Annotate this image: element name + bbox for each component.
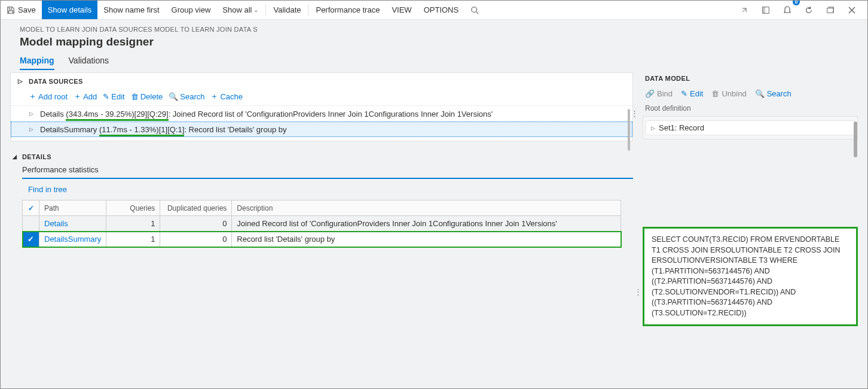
notification-count: 0 — [793, 0, 800, 5]
col-description[interactable]: Description — [232, 200, 621, 216]
edit-button[interactable]: ✎Edit — [103, 91, 124, 102]
pencil-icon: ✎ — [681, 89, 687, 98]
page-title: Model mapping designer — [10, 33, 858, 54]
table-row[interactable]: Details 1 0 Joined Record list of 'Confi… — [23, 216, 621, 232]
col-selected[interactable]: ✓ — [23, 200, 39, 216]
group-view-label: Group view — [172, 5, 211, 14]
data-sources-toolbar: ＋Add root ＋Add ✎Edit 🗑Delete 🔍Search ＋Ca… — [11, 87, 632, 106]
save-button[interactable]: Save — [1, 1, 42, 19]
check-icon: ✓ — [27, 235, 34, 244]
add-button[interactable]: ＋Add — [74, 91, 97, 102]
bind-button[interactable]: 🔗Bind — [645, 89, 673, 98]
search-button[interactable]: 🔍Search — [169, 91, 204, 102]
check-icon: ✓ — [28, 204, 34, 212]
performance-table: ✓ Path Queries Duplicated queries Descri… — [22, 200, 621, 247]
show-all-label: Show all — [222, 5, 252, 14]
details-header: DETAILS — [22, 153, 51, 160]
expand-caret-icon[interactable]: ▷ — [29, 126, 36, 132]
find-in-tree-link[interactable]: Find in tree — [28, 185, 67, 194]
expand-caret-icon[interactable]: ▷ — [18, 78, 23, 84]
toolbar-search-button[interactable] — [464, 1, 485, 19]
data-sources-panel: ▷ DATA SOURCES ＋Add root ＋Add ✎Edit 🗑Del… — [10, 72, 633, 141]
notifications-button[interactable]: 0 — [778, 1, 797, 20]
toolbar-separator — [265, 4, 266, 16]
col-queries[interactable]: Queries — [106, 200, 160, 216]
attach-button[interactable] — [735, 1, 754, 20]
validate-label: Validate — [273, 5, 301, 14]
drag-handle-icon[interactable]: ⋮ — [631, 109, 638, 118]
unbind-button[interactable]: 🗑Unbind — [711, 89, 746, 98]
save-icon — [7, 6, 15, 14]
svg-line-1 — [476, 11, 479, 14]
group-view-button[interactable]: Group view — [166, 1, 217, 19]
table-row[interactable]: ✓ DetailsSummary 1 0 Record list 'Detail… — [23, 232, 621, 247]
close-button[interactable] — [842, 1, 861, 20]
page-tabs: Mapping Validations — [10, 54, 858, 70]
search-icon: 🔍 — [755, 89, 765, 98]
app-toolbar: Save Show details Show name first Group … — [1, 1, 867, 20]
delete-button[interactable]: 🗑Delete — [131, 91, 163, 102]
tab-performance-statistics[interactable]: Performance statistics — [22, 163, 633, 179]
show-details-label: Show details — [48, 5, 92, 14]
search-icon: 🔍 — [169, 92, 178, 101]
path-link[interactable]: Details — [44, 219, 68, 228]
show-all-button[interactable]: Show all ⌄ — [216, 1, 264, 19]
ds-row-details[interactable]: ▷ Details (343.4ms - 39.25%)[29][Q:29]: … — [11, 106, 632, 121]
ds-row-details-summary[interactable]: ▷ DetailsSummary (11.7ms - 1.33%)[1][Q:1… — [11, 121, 632, 137]
link-icon: 🔗 — [645, 89, 655, 98]
sql-query-box: SELECT COUNT(T3.RECID) FROM ERVENDORTABL… — [643, 227, 858, 326]
data-sources-tree: ▷ Details (343.4ms - 39.25%)[29][Q:29]: … — [11, 106, 632, 141]
add-root-button[interactable]: ＋Add root — [29, 91, 68, 102]
tab-mapping[interactable]: Mapping — [20, 54, 54, 70]
data-sources-header: DATA SOURCES — [29, 78, 83, 85]
dm-item-set1[interactable]: ▷ Set1: Record — [646, 120, 855, 135]
search-button[interactable]: 🔍Search — [755, 89, 791, 98]
search-icon — [470, 6, 479, 14]
performance-trace-button[interactable]: Performance trace — [310, 1, 386, 19]
plus-icon: ＋ — [29, 91, 36, 102]
pencil-icon: ✎ — [103, 92, 109, 101]
scrollbar[interactable] — [854, 121, 857, 157]
svg-point-0 — [472, 7, 477, 12]
show-details-button[interactable]: Show details — [42, 1, 98, 19]
svg-rect-4 — [827, 8, 834, 13]
details-panel: ◢ DETAILS Performance statistics Find in… — [10, 150, 633, 388]
view-button[interactable]: VIEW — [386, 1, 417, 19]
path-link[interactable]: DetailsSummary — [44, 235, 101, 244]
expand-caret-icon[interactable]: ▷ — [29, 111, 36, 117]
options-label: OPTIONS — [424, 5, 459, 14]
refresh-button[interactable] — [799, 1, 818, 20]
expand-caret-icon[interactable]: ▷ — [651, 125, 655, 131]
trash-icon: 🗑 — [711, 89, 719, 98]
options-button[interactable]: OPTIONS — [418, 1, 465, 19]
view-label: VIEW — [392, 5, 411, 14]
scrollbar[interactable] — [628, 109, 630, 151]
edit-button[interactable]: ✎Edit — [681, 89, 703, 98]
cache-button[interactable]: ＋Cache — [210, 91, 243, 102]
chevron-down-icon: ⌄ — [253, 7, 258, 13]
save-label: Save — [18, 5, 36, 14]
drag-handle-icon[interactable]: ⋮ — [634, 287, 642, 296]
col-dup-queries[interactable]: Duplicated queries — [160, 200, 232, 216]
col-path[interactable]: Path — [39, 200, 106, 216]
breadcrumb: MODEL TO LEARN JOIN DATA SOURCES MODEL T… — [10, 26, 858, 33]
show-name-first-button[interactable]: Show name first — [97, 1, 165, 19]
validate-button[interactable]: Validate — [267, 1, 307, 19]
tab-validations[interactable]: Validations — [69, 54, 109, 70]
trash-icon: 🗑 — [131, 92, 139, 101]
office-icon[interactable] — [756, 1, 775, 20]
show-name-first-label: Show name first — [103, 5, 159, 14]
data-model-title: DATA MODEL — [643, 72, 858, 87]
popout-button[interactable] — [821, 1, 840, 20]
plus-icon: ＋ — [210, 91, 218, 102]
toolbar-separator — [308, 4, 308, 16]
root-definition-label: Root definition — [643, 103, 858, 116]
performance-trace-label: Performance trace — [316, 5, 380, 14]
plus-icon: ＋ — [74, 91, 81, 102]
data-model-panel: DATA MODEL 🔗Bind ✎Edit 🗑Unbind 🔍Search R… — [643, 72, 858, 388]
collapse-caret-icon[interactable]: ◢ — [13, 154, 17, 160]
svg-rect-3 — [763, 7, 765, 13]
